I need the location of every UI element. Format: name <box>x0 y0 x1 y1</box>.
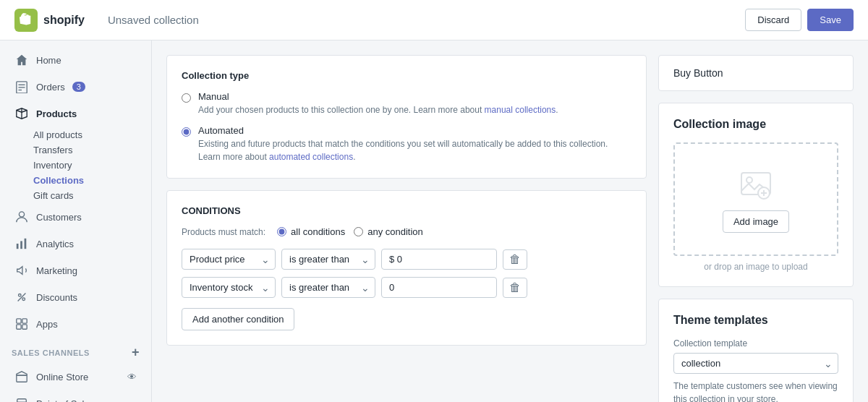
condition-row-1: Product price Product title Product tag … <box>182 249 631 270</box>
analytics-icon <box>14 236 29 251</box>
any-condition-radio[interactable] <box>354 227 363 236</box>
manual-desc: Add your chosen products to this collect… <box>198 103 558 116</box>
sidebar-label-pos: Point of Sale <box>36 398 90 403</box>
discounts-icon <box>14 290 29 304</box>
sidebar-label-products: Products <box>36 108 77 119</box>
operator-select-wrapper-2: is greater than is less than is equal to <box>281 277 375 298</box>
operator-select-1[interactable]: is greater than is less than is equal to <box>281 249 375 270</box>
template-select-wrapper: collection <box>673 353 838 374</box>
all-conditions-label: all conditions <box>291 226 345 237</box>
manual-option-content: Manual Add your chosen products to this … <box>198 91 558 116</box>
delete-condition-1[interactable]: 🗑 <box>503 249 527 270</box>
svg-point-22 <box>746 177 752 183</box>
conditions-header: Products must match: all conditions any … <box>182 226 631 237</box>
sidebar-item-online-store[interactable]: Online Store 👁 <box>3 364 148 390</box>
svg-rect-15 <box>17 375 27 382</box>
add-image-button[interactable]: Add image <box>723 210 789 233</box>
field-select-1[interactable]: Product price Product title Product tag … <box>182 249 276 270</box>
pos-icon <box>14 396 29 402</box>
body: Home Orders 3 Products All products Tran… <box>0 40 868 402</box>
value-input-2[interactable] <box>381 277 497 298</box>
sidebar: Home Orders 3 Products All products Tran… <box>0 40 152 402</box>
sidebar-item-customers[interactable]: Customers <box>3 204 148 230</box>
template-desc: The template customers see when viewing … <box>673 380 838 402</box>
sidebar-item-pos[interactable]: Point of Sale <box>3 390 148 402</box>
customers-icon <box>14 210 29 224</box>
manual-collections-link[interactable]: manual collections <box>485 105 556 115</box>
sidebar-label-marketing: Marketing <box>36 265 77 276</box>
conditions-card: CONDITIONS Products must match: all cond… <box>166 190 647 346</box>
online-store-eye-icon[interactable]: 👁 <box>127 372 137 382</box>
svg-rect-13 <box>17 325 21 329</box>
sidebar-label-discounts: Discounts <box>36 292 77 303</box>
orders-badge: 3 <box>72 82 85 92</box>
svg-point-9 <box>22 298 25 301</box>
value-input-1[interactable] <box>381 249 497 270</box>
products-icon <box>14 106 29 121</box>
svg-rect-11 <box>17 319 21 323</box>
topbar: shopify Unsaved collection Discard Save <box>0 0 868 40</box>
collection-image-card: Collection image Add image or drop an im <box>658 103 854 287</box>
collection-template-label: Collection template <box>673 338 838 348</box>
sidebar-label-apps: Apps <box>36 319 58 330</box>
sales-channels-label: SALES CHANNELS <box>12 348 90 357</box>
add-channel-icon[interactable]: + <box>132 345 140 360</box>
collection-type-card: Collection type Manual Add your chosen p… <box>166 55 647 179</box>
all-conditions-radio[interactable] <box>277 227 286 236</box>
sidebar-item-discounts[interactable]: Discounts <box>3 284 148 310</box>
field-select-wrapper-2: Inventory stock Product price Product ti… <box>182 277 276 298</box>
collection-image-title: Collection image <box>673 118 838 131</box>
automated-label[interactable]: Automated <box>198 125 244 136</box>
sidebar-item-orders[interactable]: Orders 3 <box>3 74 148 100</box>
sidebar-label-customers: Customers <box>36 212 82 223</box>
image-upload-area[interactable]: Add image <box>673 142 838 256</box>
sidebar-subitem-all-products[interactable]: All products <box>0 127 151 142</box>
manual-label[interactable]: Manual <box>198 91 229 102</box>
field-select-wrapper-1: Product price Product title Product tag … <box>182 249 276 270</box>
operator-select-wrapper-1: is greater than is less than is equal to <box>281 249 375 270</box>
sidebar-subitem-transfers[interactable]: Transfers <box>0 142 151 158</box>
sidebar-subitem-collections[interactable]: Collections <box>0 173 151 188</box>
automated-option: Automated Existing and future products t… <box>182 125 631 163</box>
center-column: Collection type Manual Add your chosen p… <box>166 55 647 388</box>
upload-hint: or drop an image to upload <box>673 262 838 272</box>
right-column: Buy Button Collection image <box>658 55 854 388</box>
sidebar-subitem-inventory[interactable]: Inventory <box>0 158 151 173</box>
logo-text: shopify <box>43 14 85 27</box>
operator-select-2[interactable]: is greater than is less than is equal to <box>281 277 375 298</box>
save-button[interactable]: Save <box>807 9 854 31</box>
sidebar-subitem-gift-cards[interactable]: Gift cards <box>0 188 151 203</box>
orders-icon <box>14 80 29 94</box>
any-condition-option[interactable]: any condition <box>354 226 423 237</box>
sidebar-item-products[interactable]: Products <box>3 100 148 127</box>
manual-option: Manual Add your chosen products to this … <box>182 91 631 116</box>
apps-icon <box>14 317 29 331</box>
add-condition-button[interactable]: Add another condition <box>182 308 294 330</box>
svg-rect-6 <box>20 241 22 249</box>
automated-radio[interactable] <box>182 127 191 137</box>
field-select-2[interactable]: Inventory stock Product price Product ti… <box>182 277 276 298</box>
collection-type-title: Collection type <box>182 70 631 81</box>
sidebar-item-analytics[interactable]: Analytics <box>3 231 148 257</box>
all-conditions-option[interactable]: all conditions <box>277 226 345 237</box>
sales-channels-title: SALES CHANNELS + <box>0 338 151 363</box>
collection-template-select[interactable]: collection <box>673 353 838 374</box>
svg-rect-16 <box>17 399 27 402</box>
manual-radio[interactable] <box>182 93 191 103</box>
marketing-icon <box>14 263 29 278</box>
svg-point-4 <box>19 212 24 217</box>
theme-templates-card: Theme templates Collection template coll… <box>658 299 854 402</box>
delete-condition-2[interactable]: 🗑 <box>503 278 527 298</box>
sidebar-label-home: Home <box>36 55 61 66</box>
svg-rect-7 <box>25 239 27 249</box>
sidebar-item-marketing[interactable]: Marketing <box>3 257 148 283</box>
buy-button-card: Buy Button <box>658 55 854 91</box>
buy-button-label: Buy Button <box>673 67 723 79</box>
discard-button[interactable]: Discard <box>745 9 801 31</box>
automated-collections-link[interactable]: automated collections <box>269 152 353 162</box>
sidebar-label-online-store: Online Store <box>36 372 88 382</box>
sidebar-item-home[interactable]: Home <box>3 47 148 73</box>
sidebar-item-apps[interactable]: Apps <box>3 311 148 337</box>
any-condition-label: any condition <box>367 226 423 237</box>
svg-rect-14 <box>22 325 27 329</box>
